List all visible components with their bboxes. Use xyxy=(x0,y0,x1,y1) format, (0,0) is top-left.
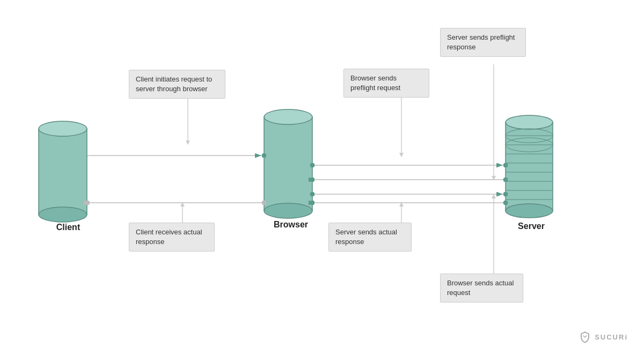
svg-rect-10 xyxy=(506,122,553,211)
label-browser-actual-request: Browser sends actual request xyxy=(440,274,523,303)
svg-point-22 xyxy=(506,138,553,152)
svg-point-45 xyxy=(503,201,508,205)
svg-point-31 xyxy=(503,163,508,167)
svg-rect-7 xyxy=(264,117,312,211)
label-client-receives: Client receives actual response xyxy=(129,223,215,252)
svg-rect-4 xyxy=(39,129,87,215)
diagram-svg xyxy=(0,0,644,354)
sucuri-text: SUCURi xyxy=(595,333,628,341)
client-label: Client xyxy=(44,223,92,232)
svg-marker-38 xyxy=(492,194,496,198)
svg-marker-33 xyxy=(492,176,496,180)
svg-marker-28 xyxy=(399,153,404,157)
svg-marker-48 xyxy=(180,202,185,206)
label-server-preflight-response: Server sends preflight response xyxy=(440,28,526,57)
svg-point-6 xyxy=(39,207,87,222)
svg-point-50 xyxy=(262,201,266,205)
label-client-initiates: Client initiates request to server throu… xyxy=(129,70,225,99)
svg-point-36 xyxy=(310,178,314,182)
svg-point-26 xyxy=(262,153,266,158)
svg-point-12 xyxy=(506,204,553,218)
svg-point-30 xyxy=(310,163,314,167)
label-browser-preflight-request: Browser sends preflight request xyxy=(343,69,429,98)
svg-point-41 xyxy=(503,192,508,196)
svg-marker-43 xyxy=(399,202,404,206)
svg-point-9 xyxy=(264,203,312,218)
svg-point-5 xyxy=(39,121,87,136)
svg-point-46 xyxy=(310,201,314,205)
sucuri-icon xyxy=(579,330,591,343)
svg-point-21 xyxy=(506,129,553,143)
svg-marker-24 xyxy=(186,141,190,145)
server-label: Server xyxy=(507,222,555,231)
sucuri-logo: SUCURi xyxy=(579,330,628,343)
diagram-container: Client initiates request to server throu… xyxy=(0,0,644,354)
label-server-actual-response: Server sends actual response xyxy=(328,223,412,252)
svg-point-8 xyxy=(264,109,312,124)
browser-label: Browser xyxy=(267,220,315,230)
svg-point-35 xyxy=(503,178,508,182)
svg-point-51 xyxy=(85,201,90,205)
svg-point-40 xyxy=(310,192,314,196)
svg-point-11 xyxy=(506,115,553,129)
